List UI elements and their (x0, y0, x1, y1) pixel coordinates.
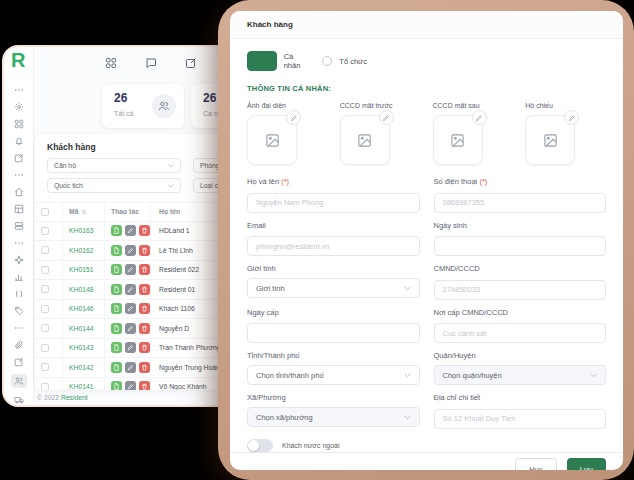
trash-icon[interactable] (139, 245, 150, 256)
field-phone: Số điện thoại (*) (434, 177, 607, 213)
save-button[interactable]: Lưu (567, 458, 606, 470)
full-name-input[interactable] (247, 193, 420, 213)
row-checkbox[interactable] (41, 285, 49, 293)
file-icon[interactable] (111, 284, 122, 295)
row-checkbox[interactable] (41, 305, 49, 313)
trash-icon[interactable] (139, 264, 150, 275)
file-icon[interactable] (111, 264, 122, 275)
phone-input[interactable] (434, 193, 607, 213)
trash-icon[interactable] (139, 303, 150, 314)
field-label: Địa chỉ chi tiết (434, 393, 607, 403)
row-checkbox[interactable] (41, 246, 49, 254)
required-marker: (*) (479, 177, 487, 186)
edit-icon[interactable] (125, 342, 136, 353)
birthdate-input[interactable] (434, 236, 607, 256)
email-input[interactable] (247, 236, 420, 256)
row-checkbox[interactable] (41, 363, 49, 371)
row-checkbox[interactable] (41, 344, 49, 352)
edit-icon[interactable] (125, 381, 136, 390)
ward-select[interactable]: Chọn xã/phường (247, 407, 420, 427)
edit-icon[interactable] (125, 245, 136, 256)
pencil-icon[interactable] (472, 110, 487, 125)
field-label: Xã/Phường (247, 393, 420, 403)
brackets-icon[interactable] (11, 289, 27, 299)
radio-selected-icon[interactable] (247, 51, 277, 71)
row-checkbox[interactable] (41, 227, 49, 235)
chat-icon[interactable] (145, 55, 157, 67)
gear-icon[interactable] (11, 102, 27, 112)
trash-icon[interactable] (139, 225, 150, 236)
spark-icon[interactable] (11, 255, 27, 265)
file-icon[interactable] (111, 323, 122, 334)
issue-place-input[interactable] (434, 323, 607, 343)
compose-icon[interactable] (11, 153, 27, 163)
cancel-button[interactable]: Huỷ (515, 458, 556, 470)
compose-icon[interactable] (185, 55, 197, 67)
layout-icon[interactable] (11, 204, 27, 214)
edit-icon[interactable] (125, 284, 136, 295)
trash-icon[interactable] (139, 362, 150, 373)
field-label: Họ và tên (247, 177, 279, 186)
edit-icon[interactable] (125, 362, 136, 373)
filter-nationality[interactable]: Quốc tịch (47, 178, 181, 193)
brand-link[interactable]: Resident (61, 394, 88, 401)
edit-icon[interactable] (125, 303, 136, 314)
tag-icon[interactable] (11, 306, 27, 316)
dots-icon (11, 170, 27, 180)
select-all-checkbox[interactable] (41, 208, 49, 216)
trash-icon[interactable] (139, 381, 150, 390)
trash-icon[interactable] (139, 342, 150, 353)
chart-icon[interactable] (11, 272, 27, 282)
sort-arrows-icon[interactable]: ⇅ (81, 208, 86, 215)
radio-organization[interactable]: Tổ chức (322, 56, 367, 66)
file-icon[interactable] (111, 381, 122, 390)
file-icon[interactable] (111, 225, 122, 236)
grid-icon[interactable] (11, 119, 27, 129)
file-icon[interactable] (111, 245, 122, 256)
modal-header: Khách hàng (230, 11, 623, 39)
issue-date-input[interactable] (247, 323, 420, 343)
truck-icon[interactable] (11, 395, 27, 405)
file-icon[interactable] (111, 362, 122, 373)
address-input[interactable] (434, 409, 607, 429)
district-select[interactable]: Chọn quận/huyện (434, 365, 607, 385)
row-checkbox[interactable] (41, 383, 49, 390)
file-icon[interactable] (111, 303, 122, 314)
filter-value: Phòng (200, 162, 220, 169)
users-icon[interactable] (11, 374, 27, 388)
trash-icon[interactable] (139, 323, 150, 334)
pencil-icon[interactable] (379, 110, 394, 125)
row-checkbox[interactable] (41, 266, 49, 274)
upload-dropzone[interactable] (247, 115, 297, 165)
edit-icon[interactable] (11, 357, 27, 367)
paperclip-icon[interactable] (11, 340, 27, 350)
bell-icon[interactable] (11, 136, 27, 146)
radio-label: Tổ chức (339, 57, 367, 66)
upload-dropzone[interactable] (525, 115, 575, 165)
server-icon[interactable] (11, 221, 27, 231)
radio-unselected-icon[interactable] (322, 56, 332, 66)
panel-title: Khách hàng (47, 142, 96, 152)
filter-apartment[interactable]: Căn hộ (47, 158, 181, 173)
row-checkbox[interactable] (41, 324, 49, 332)
chevron-down-icon (404, 373, 411, 378)
province-select[interactable]: Chọn tỉnh/thành phố (247, 365, 420, 385)
pencil-icon[interactable] (564, 110, 579, 125)
upload-dropzone[interactable] (433, 115, 483, 165)
pencil-icon[interactable] (286, 110, 301, 125)
file-icon[interactable] (111, 342, 122, 353)
upload-dropzone[interactable] (340, 115, 390, 165)
id-number-input[interactable] (434, 280, 607, 300)
edit-icon[interactable] (125, 323, 136, 334)
home-icon[interactable] (11, 187, 27, 197)
apps-icon[interactable] (105, 55, 117, 67)
trash-icon[interactable] (139, 284, 150, 295)
gender-select[interactable]: Giới tính (247, 278, 420, 298)
radio-personal[interactable]: Cá nhân (247, 51, 300, 71)
edit-icon[interactable] (125, 264, 136, 275)
copyright-text: © 2022 (37, 394, 59, 401)
radio-label: Cá nhân (284, 52, 301, 70)
foreign-customer-toggle[interactable] (247, 439, 273, 452)
edit-icon[interactable] (125, 225, 136, 236)
column-header: Thao tác (105, 203, 151, 221)
